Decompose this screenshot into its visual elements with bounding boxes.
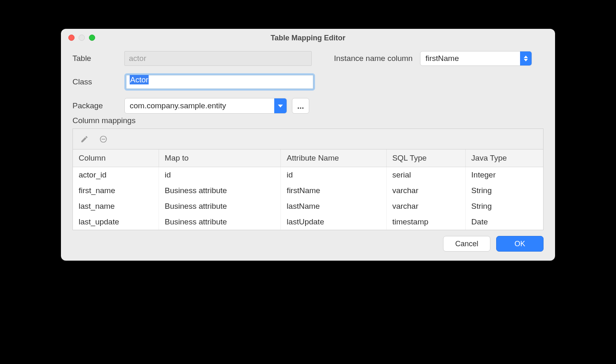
col-header-attr[interactable]: Attribute Name bbox=[281, 149, 386, 167]
package-label: Package bbox=[72, 101, 118, 110]
footer: Cancel OK bbox=[72, 236, 544, 252]
mappings-table: Column Map to Attribute Name SQL Type Ja… bbox=[73, 149, 543, 230]
instance-value: firstName bbox=[420, 51, 520, 65]
form-top: Table Class Actor Package com.company.sa… bbox=[72, 51, 544, 114]
instance-stepper-button[interactable] bbox=[520, 51, 532, 65]
window-controls bbox=[68, 35, 95, 41]
dialog-window: Table Mapping Editor Table Class Actor P… bbox=[61, 29, 555, 261]
table-input bbox=[124, 51, 312, 66]
mappings-panel: Column Map to Attribute Name SQL Type Ja… bbox=[72, 128, 544, 230]
chevron-down-icon bbox=[278, 105, 283, 107]
chevron-down-icon bbox=[524, 59, 528, 61]
class-label: Class bbox=[72, 77, 118, 86]
table-row[interactable]: last_name Business attribute lastName va… bbox=[73, 198, 543, 214]
mappings-toolbar bbox=[73, 129, 543, 149]
content: Table Class Actor Package com.company.sa… bbox=[61, 47, 555, 261]
col-header-column[interactable]: Column bbox=[73, 149, 159, 167]
remove-icon[interactable] bbox=[98, 134, 108, 144]
window-title: Table Mapping Editor bbox=[271, 34, 345, 42]
package-dropdown-button[interactable] bbox=[274, 98, 287, 113]
edit-icon[interactable] bbox=[79, 134, 89, 144]
maximize-icon[interactable] bbox=[89, 35, 95, 41]
class-input-selection: Actor bbox=[130, 75, 149, 84]
ok-button[interactable]: OK bbox=[496, 236, 544, 252]
package-combo[interactable]: com.company.sample.entity bbox=[124, 98, 287, 114]
browse-button[interactable]: ... bbox=[292, 98, 309, 114]
table-row[interactable]: actor_id id id serial Integer bbox=[73, 167, 543, 183]
table-row[interactable]: last_update Business attribute lastUpdat… bbox=[73, 214, 543, 230]
close-icon[interactable] bbox=[68, 35, 75, 41]
package-value: com.company.sample.entity bbox=[125, 98, 274, 113]
form-left: Table Class Actor Package com.company.sa… bbox=[72, 51, 322, 114]
col-header-mapto[interactable]: Map to bbox=[159, 149, 281, 167]
col-header-java[interactable]: Java Type bbox=[465, 149, 543, 167]
chevron-up-icon bbox=[524, 56, 528, 58]
table-header-row: Column Map to Attribute Name SQL Type Ja… bbox=[73, 149, 543, 167]
cancel-button[interactable]: Cancel bbox=[443, 236, 490, 252]
column-mappings-label: Column mappings bbox=[72, 116, 544, 125]
instance-select[interactable]: firstName bbox=[420, 51, 532, 66]
titlebar: Table Mapping Editor bbox=[61, 29, 555, 47]
instance-field: Instance name column firstName bbox=[334, 51, 532, 66]
minimize-icon bbox=[79, 35, 85, 41]
table-row[interactable]: first_name Business attribute firstName … bbox=[73, 183, 543, 198]
instance-label: Instance name column bbox=[334, 54, 413, 63]
class-input[interactable]: Actor bbox=[126, 75, 313, 89]
col-header-sql[interactable]: SQL Type bbox=[386, 149, 465, 167]
class-input-wrap: Actor bbox=[124, 73, 315, 91]
table-label: Table bbox=[72, 54, 118, 63]
